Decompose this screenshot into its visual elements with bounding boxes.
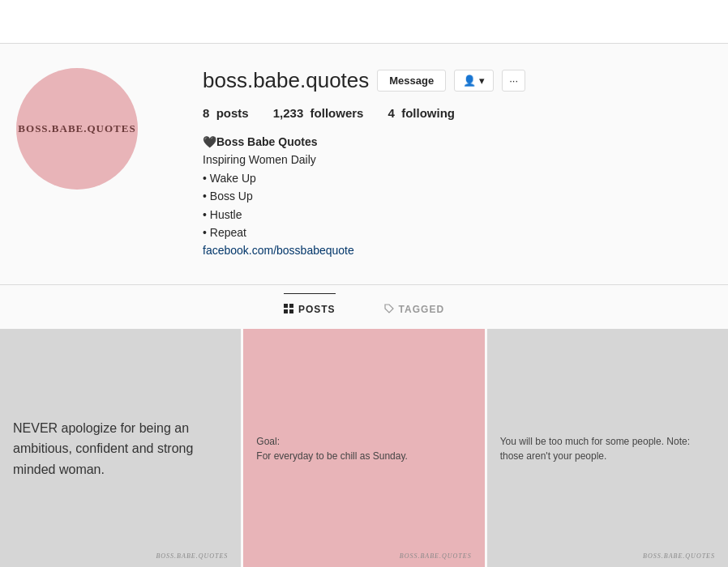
followers-count: 1,233	[273, 106, 304, 120]
followers-label: followers	[310, 106, 364, 120]
tab-tagged[interactable]: TAGGED	[384, 293, 444, 326]
grid-item-3[interactable]: You will be too much for some people. No…	[487, 329, 728, 567]
bio-tagline: Inspiring Women Daily	[203, 151, 712, 168]
grid-item-2[interactable]: Goal: For everyday to be chill as Sunday…	[243, 329, 484, 567]
grid-watermark-1: BOSS.BABE.QUOTES	[13, 552, 228, 560]
bio-bullet2: • Boss Up	[203, 187, 712, 205]
grid-icon	[284, 304, 293, 316]
grid-watermark-2: BOSS.BABE.QUOTES	[256, 552, 471, 560]
avatar: BOSS.BABE.QUOTES	[16, 68, 138, 190]
following-count: 4	[388, 106, 394, 120]
svg-rect-3	[289, 309, 293, 313]
posts-label: posts	[216, 106, 249, 120]
grid-quote-3: You will be too much for some people. No…	[500, 345, 715, 552]
grid-item-1[interactable]: NEVER apologize for being an ambitious, …	[0, 329, 241, 567]
following-stat[interactable]: 4 following	[388, 106, 455, 120]
bio-bullet1: • Wake Up	[203, 169, 712, 187]
message-button[interactable]: Message	[377, 70, 446, 92]
profile-section: BOSS.BABE.QUOTES boss.babe.quotes Messag…	[0, 44, 728, 276]
posts-stat: 8 posts	[203, 106, 249, 120]
username: boss.babe.quotes	[203, 68, 369, 93]
tabs-section: POSTS TAGGED	[0, 293, 728, 326]
stats-row: 8 posts 1,233 followers 4 following	[203, 106, 712, 120]
tab-tagged-label: TAGGED	[399, 304, 444, 315]
followers-stat[interactable]: 1,233 followers	[273, 106, 364, 120]
bio-bullet3: • Hustle	[203, 206, 712, 224]
svg-rect-2	[284, 309, 288, 313]
tag-icon	[384, 304, 394, 316]
follow-button[interactable]: 👤 ▾	[454, 70, 494, 92]
top-bar	[0, 0, 728, 44]
bio-link[interactable]: facebook.com/bossbabequote	[203, 244, 354, 257]
grid-quote-2: Goal: For everyday to be chill as Sunday…	[256, 345, 471, 552]
bio-section: 🖤Boss Babe Quotes Inspiring Women Daily …	[203, 133, 712, 260]
photo-grid: NEVER apologize for being an ambitious, …	[0, 326, 728, 567]
avatar-container: BOSS.BABE.QUOTES	[16, 68, 138, 190]
svg-rect-0	[284, 304, 288, 308]
tab-posts[interactable]: POSTS	[284, 293, 336, 326]
posts-count: 8	[203, 106, 209, 120]
profile-divider	[0, 284, 728, 285]
profile-info: boss.babe.quotes Message 👤 ▾ ··· 8 posts…	[203, 68, 712, 260]
more-button[interactable]: ···	[502, 70, 525, 92]
grid-quote-1: NEVER apologize for being an ambitious, …	[13, 345, 228, 552]
svg-rect-1	[289, 304, 293, 308]
follow-arrow: ▾	[479, 75, 485, 87]
grid-watermark-3: BOSS.BABE.QUOTES	[500, 552, 715, 560]
avatar-text: BOSS.BABE.QUOTES	[16, 114, 138, 143]
username-row: boss.babe.quotes Message 👤 ▾ ···	[203, 68, 712, 93]
following-label: following	[401, 106, 455, 120]
bio-name: 🖤Boss Babe Quotes	[203, 133, 712, 151]
person-icon: 👤	[463, 75, 476, 87]
tab-posts-label: POSTS	[298, 304, 336, 315]
bio-bullet4: • Repeat	[203, 224, 712, 241]
